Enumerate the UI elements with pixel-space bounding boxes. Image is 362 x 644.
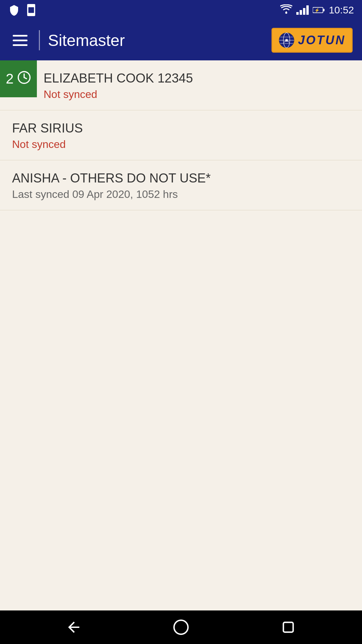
- svg-rect-14: [283, 622, 293, 632]
- project-list: 2 ELIZABETH COOK 12345 Not synced FAR SI…: [0, 60, 362, 610]
- svg-point-2: [285, 12, 287, 14]
- item-sync-status: Last synced 09 Apr 2020, 1052 hrs: [12, 188, 350, 201]
- svg-text:⚡: ⚡: [314, 8, 319, 13]
- svg-point-11: [285, 39, 288, 42]
- clock-icon: [17, 70, 31, 88]
- item-title: ELIZABETH COOK 12345: [44, 71, 350, 86]
- hamburger-menu-button[interactable]: [9, 32, 31, 49]
- list-item[interactable]: FAR SIRIUS Not synced: [0, 110, 362, 160]
- recents-button[interactable]: [275, 614, 301, 640]
- bottom-navigation: [0, 610, 362, 644]
- svg-rect-4: [323, 9, 325, 11]
- wifi-icon: [280, 4, 292, 16]
- svg-point-13: [174, 620, 188, 634]
- list-item[interactable]: ANISHA - OTHERS DO NOT USE* Last synced …: [0, 160, 362, 210]
- home-button[interactable]: [168, 614, 194, 640]
- shield-icon: [8, 4, 20, 16]
- app-bar: Sitemaster JOTUN: [0, 20, 362, 60]
- sim-icon: [26, 4, 36, 16]
- jotun-logo: JOTUN: [272, 28, 353, 53]
- svg-rect-1: [28, 7, 34, 13]
- item-sync-status: Not synced: [44, 88, 350, 101]
- item-title: FAR SIRIUS: [12, 121, 350, 136]
- app-bar-left: Sitemaster: [9, 30, 125, 50]
- status-bar-left-icons: [8, 4, 36, 16]
- jotun-globe-icon: [279, 32, 295, 48]
- back-button[interactable]: [61, 614, 87, 640]
- list-item[interactable]: 2 ELIZABETH COOK 12345 Not synced: [0, 60, 362, 110]
- item-title: ANISHA - OTHERS DO NOT USE*: [12, 171, 350, 185]
- badge-overlay: 2: [0, 60, 37, 97]
- battery-icon: ⚡: [313, 5, 325, 15]
- status-bar: ⚡ 10:52: [0, 0, 362, 20]
- status-time: 10:52: [329, 4, 354, 16]
- status-bar-right-icons: ⚡ 10:52: [280, 4, 354, 16]
- signal-icon: [296, 5, 309, 15]
- badge-count: 2: [6, 71, 13, 87]
- app-bar-title: Sitemaster: [48, 31, 125, 50]
- jotun-logo-text: JOTUN: [298, 33, 346, 47]
- item-sync-status: Not synced: [12, 138, 350, 151]
- header-divider: [39, 30, 40, 50]
